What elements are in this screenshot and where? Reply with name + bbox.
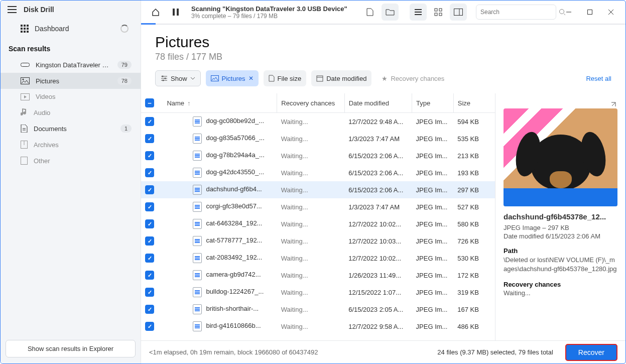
svg-point-29 bbox=[163, 80, 164, 81]
svg-rect-18 bbox=[439, 9, 442, 11]
file-size: 530 KB bbox=[453, 250, 495, 267]
col-size[interactable]: Size bbox=[453, 93, 495, 113]
row-checkbox[interactable] bbox=[145, 236, 154, 246]
filter-bar: Show Pictures ✕ File size Date modified … bbox=[141, 68, 625, 93]
row-checkbox[interactable] bbox=[145, 117, 154, 126]
file-date: 6/15/2023 2:06 A... bbox=[344, 181, 412, 198]
sidebar-other[interactable]: Other bbox=[1, 153, 141, 169]
svg-rect-3 bbox=[21, 28, 23, 30]
dashboard-label: Dashboard bbox=[35, 25, 69, 33]
file-size: 167 KB bbox=[453, 301, 495, 318]
panel-view-button[interactable] bbox=[450, 4, 467, 21]
minimize-button[interactable] bbox=[560, 5, 577, 20]
chip-date-modified[interactable]: Date modified bbox=[311, 70, 371, 86]
row-checkbox[interactable] bbox=[145, 202, 154, 211]
file-icon bbox=[193, 287, 202, 297]
col-type[interactable]: Type bbox=[412, 93, 454, 113]
file-icon bbox=[193, 253, 202, 263]
table-row[interactable]: dachshund-gf6b4...Waiting...6/15/2023 2:… bbox=[141, 181, 495, 198]
file-button[interactable] bbox=[361, 4, 379, 21]
sidebar-archives[interactable]: Archives bbox=[1, 137, 141, 153]
show-filter[interactable]: Show bbox=[155, 70, 201, 86]
table-row[interactable]: corgi-gfc38e0d57...Waiting...1/3/2023 7:… bbox=[141, 198, 495, 215]
svg-rect-17 bbox=[435, 9, 437, 11]
file-size: 319 KB bbox=[453, 284, 495, 301]
col-date[interactable]: Date modified bbox=[344, 93, 412, 113]
file-size: 726 KB bbox=[453, 232, 495, 250]
row-checkbox[interactable] bbox=[145, 322, 154, 331]
home-button[interactable] bbox=[147, 4, 164, 21]
device-label: Kingston DataTraveler 3.0... bbox=[36, 61, 111, 69]
sidebar-audio[interactable]: Audio bbox=[1, 104, 141, 120]
row-checkbox[interactable] bbox=[145, 305, 154, 314]
show-in-explorer-button[interactable]: Show scan results in Explorer bbox=[6, 340, 136, 357]
chip-file-size[interactable]: File size bbox=[264, 70, 307, 86]
sidebar: Disk Drill Dashboard Scan results Kingst… bbox=[1, 1, 141, 363]
scan-subtitle: 3% complete – 79 files / 179 MB bbox=[191, 13, 347, 20]
sidebar-videos[interactable]: Videos bbox=[1, 89, 141, 104]
table-row[interactable]: cat-2083492_192...Waiting...12/7/2022 10… bbox=[141, 250, 495, 267]
row-checkbox[interactable] bbox=[145, 219, 154, 228]
pause-button[interactable] bbox=[167, 4, 184, 21]
svg-rect-9 bbox=[21, 63, 30, 67]
row-checkbox[interactable] bbox=[145, 168, 154, 177]
table-row[interactable]: bulldog-1224267_...Waiting...12/15/2022 … bbox=[141, 284, 495, 301]
file-date: 12/15/2022 1:07... bbox=[344, 284, 412, 301]
table-row[interactable]: bird-g41610866b...Waiting...12/7/2022 9:… bbox=[141, 318, 495, 335]
file-size: 580 KB bbox=[453, 215, 495, 232]
svg-point-28 bbox=[165, 78, 166, 79]
row-checkbox[interactable] bbox=[145, 271, 154, 280]
sidebar-dashboard[interactable]: Dashboard bbox=[1, 19, 141, 39]
table-row[interactable]: dog-g42dc43550_...Waiting...6/15/2023 2:… bbox=[141, 164, 495, 181]
sidebar-documents[interactable]: Documents 1 bbox=[1, 120, 141, 137]
maximize-button[interactable] bbox=[581, 5, 598, 20]
search-box[interactable] bbox=[476, 5, 556, 20]
header-checkbox[interactable] bbox=[145, 98, 154, 107]
table-row[interactable]: british-shorthair-...Waiting...6/15/2023… bbox=[141, 301, 495, 318]
file-icon bbox=[193, 202, 202, 212]
file-date: 1/3/2023 7:47 AM bbox=[344, 130, 412, 147]
recover-button[interactable]: Recover bbox=[565, 344, 617, 361]
table-row[interactable]: dog-gc080be92d_...Waiting...12/7/2022 9:… bbox=[141, 113, 495, 131]
sort-asc-icon bbox=[184, 99, 191, 107]
close-button[interactable] bbox=[602, 5, 619, 20]
calendar-icon bbox=[316, 75, 323, 82]
detail-type: JPEG Image – 297 KB bbox=[504, 224, 617, 231]
folder-button[interactable] bbox=[382, 4, 399, 21]
file-name: corgi-gfc38e0d57... bbox=[163, 198, 277, 215]
table-row[interactable]: cat-5778777_192...Waiting...12/7/2022 10… bbox=[141, 232, 495, 250]
row-checkbox[interactable] bbox=[145, 185, 154, 194]
file-recovery: Waiting... bbox=[277, 284, 344, 301]
chevron-down-icon bbox=[190, 77, 195, 80]
file-type: JPEG Im... bbox=[412, 318, 454, 335]
row-checkbox[interactable] bbox=[145, 151, 154, 160]
file-table[interactable]: Name Recovery chances Date modified Type… bbox=[141, 93, 495, 340]
file-type: JPEG Im... bbox=[412, 232, 454, 250]
col-recovery[interactable]: Recovery chances bbox=[277, 93, 344, 113]
search-input[interactable] bbox=[480, 9, 556, 16]
row-checkbox[interactable] bbox=[145, 134, 154, 143]
table-row[interactable]: cat-6463284_192...Waiting...12/7/2022 10… bbox=[141, 215, 495, 232]
chip-recovery-chances[interactable]: ★ Recovery chances bbox=[377, 70, 449, 86]
list-view-button[interactable] bbox=[410, 4, 427, 21]
row-checkbox[interactable] bbox=[145, 288, 154, 297]
pictures-label: Pictures bbox=[36, 77, 111, 85]
file-icon bbox=[193, 219, 202, 229]
remove-chip-icon[interactable]: ✕ bbox=[248, 75, 254, 82]
file-type: JPEG Im... bbox=[412, 301, 454, 318]
hamburger-icon[interactable] bbox=[8, 6, 17, 13]
row-checkbox[interactable] bbox=[145, 254, 154, 263]
file-date: 6/15/2023 2:05 A... bbox=[344, 301, 412, 318]
archives-label: Archives bbox=[34, 141, 134, 149]
col-name[interactable]: Name bbox=[163, 93, 277, 113]
table-row[interactable]: dog-g835a57066_...Waiting...1/3/2023 7:4… bbox=[141, 130, 495, 147]
grid-view-button[interactable] bbox=[430, 4, 447, 21]
open-external-icon[interactable] bbox=[609, 100, 617, 108]
reset-filters[interactable]: Reset all bbox=[586, 75, 611, 82]
sidebar-pictures[interactable]: Pictures 78 bbox=[1, 73, 141, 89]
table-row[interactable]: camera-gb9d742...Waiting...1/26/2023 11:… bbox=[141, 267, 495, 284]
chip-pictures[interactable]: Pictures ✕ bbox=[206, 70, 259, 86]
sidebar-device[interactable]: Kingston DataTraveler 3.0... 79 bbox=[1, 57, 141, 73]
file-icon bbox=[193, 116, 202, 127]
table-row[interactable]: dog-g78b294a4a_...Waiting...6/15/2023 2:… bbox=[141, 147, 495, 164]
